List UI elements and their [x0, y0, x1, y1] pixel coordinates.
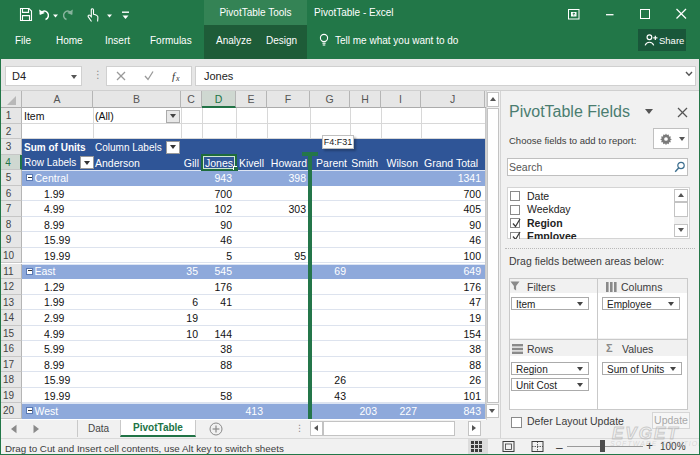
svg-text:x: x — [175, 74, 180, 82]
